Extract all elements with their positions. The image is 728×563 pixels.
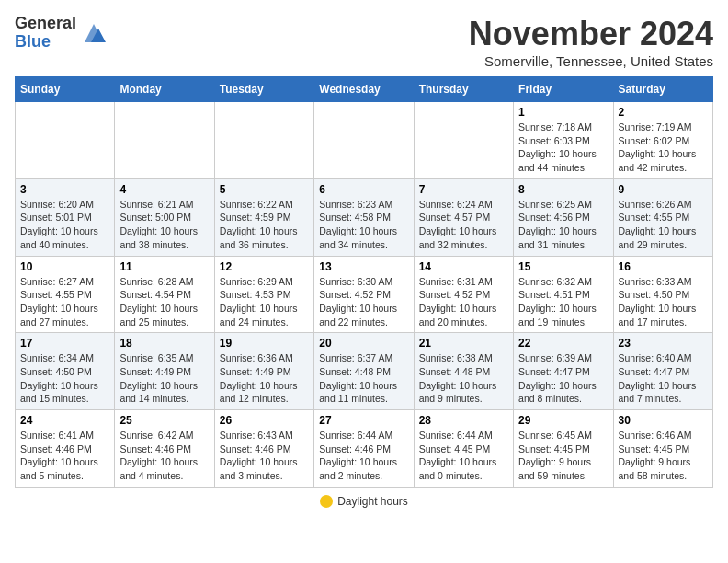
calendar-weekday-header: Friday <box>514 77 613 102</box>
day-number: 25 <box>119 414 209 427</box>
day-number: 8 <box>518 183 608 196</box>
calendar-day-cell: 12Sunrise: 6:29 AM Sunset: 4:53 PM Dayli… <box>214 256 313 333</box>
calendar-day-cell: 26Sunrise: 6:43 AM Sunset: 4:46 PM Dayli… <box>214 410 313 488</box>
day-info: Sunrise: 6:36 AM Sunset: 4:49 PM Dayligh… <box>220 351 309 406</box>
calendar-day-cell: 29Sunrise: 6:45 AM Sunset: 4:45 PM Dayli… <box>514 410 613 488</box>
day-info: Sunrise: 6:31 AM Sunset: 4:52 PM Dayligh… <box>419 275 508 329</box>
calendar-week-row: 24Sunrise: 6:41 AM Sunset: 4:46 PM Dayli… <box>16 410 713 488</box>
calendar-day-cell: 13Sunrise: 6:30 AM Sunset: 4:52 PM Dayli… <box>314 256 414 333</box>
calendar-day-cell: 11Sunrise: 6:28 AM Sunset: 4:54 PM Dayli… <box>115 256 214 333</box>
day-number: 21 <box>419 337 508 350</box>
logo: General Blue <box>15 15 108 52</box>
calendar-week-row: 17Sunrise: 6:34 AM Sunset: 4:50 PM Dayli… <box>16 333 713 410</box>
day-number: 27 <box>319 414 408 427</box>
legend-label: Daylight hours <box>337 495 408 508</box>
calendar-day-cell <box>16 102 115 179</box>
calendar-day-cell <box>214 102 313 179</box>
day-number: 9 <box>619 183 708 196</box>
day-info: Sunrise: 6:34 AM Sunset: 4:50 PM Dayligh… <box>20 351 109 406</box>
day-number: 6 <box>319 183 408 196</box>
calendar-week-row: 1Sunrise: 7:18 AM Sunset: 6:03 PM Daylig… <box>16 102 713 179</box>
calendar-day-cell: 10Sunrise: 6:27 AM Sunset: 4:55 PM Dayli… <box>16 256 115 333</box>
day-number: 12 <box>220 260 309 273</box>
day-number: 28 <box>419 414 508 427</box>
calendar-day-cell: 19Sunrise: 6:36 AM Sunset: 4:49 PM Dayli… <box>214 333 313 410</box>
calendar-weekday-header: Saturday <box>613 77 712 102</box>
calendar-weekday-header: Thursday <box>414 77 513 102</box>
calendar-day-cell: 1Sunrise: 7:18 AM Sunset: 6:03 PM Daylig… <box>514 102 613 179</box>
day-number: 19 <box>220 337 309 350</box>
logo-blue: Blue <box>15 32 51 51</box>
month-title: November 2024 <box>469 15 713 53</box>
calendar-week-row: 10Sunrise: 6:27 AM Sunset: 4:55 PM Dayli… <box>16 256 713 333</box>
day-number: 26 <box>220 414 309 427</box>
calendar-weekday-header: Tuesday <box>214 77 313 102</box>
day-number: 10 <box>20 260 109 273</box>
calendar-day-cell: 30Sunrise: 6:46 AM Sunset: 4:45 PM Dayli… <box>613 410 712 488</box>
day-info: Sunrise: 6:45 AM Sunset: 4:45 PM Dayligh… <box>518 429 608 483</box>
calendar-day-cell <box>414 102 513 179</box>
day-info: Sunrise: 6:25 AM Sunset: 4:56 PM Dayligh… <box>518 198 608 252</box>
calendar-day-cell: 8Sunrise: 6:25 AM Sunset: 4:56 PM Daylig… <box>514 178 613 256</box>
calendar-day-cell <box>314 102 414 179</box>
day-number: 14 <box>419 260 508 273</box>
calendar-day-cell: 23Sunrise: 6:40 AM Sunset: 4:47 PM Dayli… <box>613 333 712 410</box>
day-info: Sunrise: 6:42 AM Sunset: 4:46 PM Dayligh… <box>119 429 209 483</box>
day-number: 17 <box>20 337 109 350</box>
calendar-weekday-header: Wednesday <box>314 77 414 102</box>
calendar-day-cell: 27Sunrise: 6:44 AM Sunset: 4:46 PM Dayli… <box>314 410 414 488</box>
location: Somerville, Tennessee, United States <box>469 53 713 69</box>
day-number: 18 <box>119 337 209 350</box>
calendar-table: SundayMondayTuesdayWednesdayThursdayFrid… <box>15 76 713 488</box>
day-info: Sunrise: 6:40 AM Sunset: 4:47 PM Dayligh… <box>619 351 708 406</box>
day-info: Sunrise: 7:18 AM Sunset: 6:03 PM Dayligh… <box>518 121 608 175</box>
calendar-day-cell: 3Sunrise: 6:20 AM Sunset: 5:01 PM Daylig… <box>16 178 115 256</box>
day-number: 29 <box>518 414 608 427</box>
day-info: Sunrise: 6:28 AM Sunset: 4:54 PM Dayligh… <box>119 275 209 329</box>
logo-icon <box>80 19 108 47</box>
calendar-week-row: 3Sunrise: 6:20 AM Sunset: 5:01 PM Daylig… <box>16 178 713 256</box>
calendar-day-cell: 9Sunrise: 6:26 AM Sunset: 4:55 PM Daylig… <box>613 178 712 256</box>
day-number: 7 <box>419 183 508 196</box>
day-number: 20 <box>319 337 408 350</box>
day-number: 11 <box>119 260 209 273</box>
calendar-header-row: SundayMondayTuesdayWednesdayThursdayFrid… <box>16 77 713 102</box>
day-number: 22 <box>518 337 608 350</box>
calendar-weekday-header: Sunday <box>16 77 115 102</box>
day-number: 2 <box>619 106 708 119</box>
day-info: Sunrise: 6:44 AM Sunset: 4:46 PM Dayligh… <box>319 429 408 483</box>
calendar-day-cell: 7Sunrise: 6:24 AM Sunset: 4:57 PM Daylig… <box>414 178 513 256</box>
day-info: Sunrise: 6:41 AM Sunset: 4:46 PM Dayligh… <box>20 429 109 483</box>
day-number: 23 <box>619 337 708 350</box>
logo-general: General <box>15 14 76 32</box>
day-number: 3 <box>20 183 109 196</box>
day-number: 1 <box>518 106 608 119</box>
calendar-day-cell: 5Sunrise: 6:22 AM Sunset: 4:59 PM Daylig… <box>214 178 313 256</box>
day-info: Sunrise: 6:23 AM Sunset: 4:58 PM Dayligh… <box>319 198 408 252</box>
day-info: Sunrise: 6:30 AM Sunset: 4:52 PM Dayligh… <box>319 275 408 329</box>
day-info: Sunrise: 6:35 AM Sunset: 4:49 PM Dayligh… <box>119 351 209 406</box>
calendar-day-cell: 18Sunrise: 6:35 AM Sunset: 4:49 PM Dayli… <box>115 333 214 410</box>
day-info: Sunrise: 6:22 AM Sunset: 4:59 PM Dayligh… <box>220 198 309 252</box>
day-info: Sunrise: 6:29 AM Sunset: 4:53 PM Dayligh… <box>220 275 309 329</box>
calendar-day-cell <box>115 102 214 179</box>
day-info: Sunrise: 6:20 AM Sunset: 5:01 PM Dayligh… <box>20 198 109 252</box>
day-number: 15 <box>518 260 608 273</box>
day-info: Sunrise: 6:39 AM Sunset: 4:47 PM Dayligh… <box>518 351 608 406</box>
calendar-day-cell: 4Sunrise: 6:21 AM Sunset: 5:00 PM Daylig… <box>115 178 214 256</box>
day-info: Sunrise: 6:26 AM Sunset: 4:55 PM Dayligh… <box>619 198 708 252</box>
legend-sun-icon <box>320 495 333 508</box>
calendar-day-cell: 14Sunrise: 6:31 AM Sunset: 4:52 PM Dayli… <box>414 256 513 333</box>
day-info: Sunrise: 6:27 AM Sunset: 4:55 PM Dayligh… <box>20 275 109 329</box>
calendar-day-cell: 6Sunrise: 6:23 AM Sunset: 4:58 PM Daylig… <box>314 178 414 256</box>
day-info: Sunrise: 6:21 AM Sunset: 5:00 PM Dayligh… <box>119 198 209 252</box>
day-number: 30 <box>619 414 708 427</box>
calendar-day-cell: 17Sunrise: 6:34 AM Sunset: 4:50 PM Dayli… <box>16 333 115 410</box>
day-number: 13 <box>319 260 408 273</box>
title-block: November 2024 Somerville, Tennessee, Uni… <box>469 15 713 69</box>
day-info: Sunrise: 6:46 AM Sunset: 4:45 PM Dayligh… <box>619 429 708 483</box>
page-header: General Blue November 2024 Somerville, T… <box>15 15 713 69</box>
day-info: Sunrise: 6:32 AM Sunset: 4:51 PM Dayligh… <box>518 275 608 329</box>
calendar-weekday-header: Monday <box>115 77 214 102</box>
calendar-day-cell: 21Sunrise: 6:38 AM Sunset: 4:48 PM Dayli… <box>414 333 513 410</box>
